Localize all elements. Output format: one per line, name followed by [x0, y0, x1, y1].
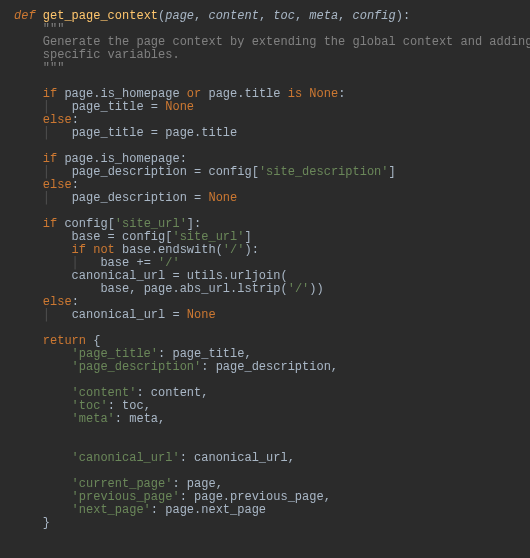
- line: Generate the page context by extending t…: [14, 35, 530, 49]
- line: 'next_page': page.next_page: [14, 503, 266, 517]
- line: 'current_page': page,: [14, 477, 223, 491]
- line: 'meta': meta,: [14, 412, 165, 426]
- line: else:: [14, 113, 79, 127]
- line: 'toc': toc,: [14, 399, 151, 413]
- line: specific variables.: [14, 48, 180, 62]
- line: 'canonical_url': canonical_url,: [14, 451, 295, 465]
- line: [14, 438, 21, 452]
- line: [14, 74, 21, 88]
- line: if not base.endswith('/'):: [14, 243, 259, 257]
- line: 'page_title': page_title,: [14, 347, 252, 361]
- function-name: get_page_context: [43, 9, 158, 23]
- docstring-text: Generate the page context by extending t…: [43, 35, 530, 49]
- param-config: config: [353, 9, 396, 23]
- line: 'previous_page': page.previous_page,: [14, 490, 331, 504]
- line: """: [14, 61, 64, 75]
- line: base = config['site_url']: [14, 230, 252, 244]
- kw-or: or: [187, 87, 201, 101]
- line: 'content': content,: [14, 386, 208, 400]
- code-block: def get_page_context(page, content, toc,…: [0, 0, 530, 540]
- line: """: [14, 22, 64, 36]
- line: [14, 139, 21, 153]
- line: else:: [14, 295, 79, 309]
- docstring-text: specific variables.: [43, 48, 180, 62]
- kw-else: else: [43, 113, 72, 127]
- kw-is: is: [288, 87, 302, 101]
- param-content: content: [208, 9, 258, 23]
- line: [14, 204, 21, 218]
- line: base, page.abs_url.lstrip('/')): [14, 282, 324, 296]
- line: if page.is_homepage or page.title is Non…: [14, 87, 345, 101]
- kw-not: not: [93, 243, 115, 257]
- line: else:: [14, 178, 79, 192]
- line: def get_page_context(page, content, toc,…: [14, 9, 410, 23]
- docstring-close: """: [43, 61, 65, 75]
- line: │ base += '/': [14, 256, 180, 270]
- line: if config['site_url']:: [14, 217, 201, 231]
- param-meta: meta: [309, 9, 338, 23]
- line: 'page_description': page_description,: [14, 360, 338, 374]
- line: [14, 425, 21, 439]
- docstring-open: """: [43, 22, 65, 36]
- line: │ page_title = None: [14, 100, 194, 114]
- line: }: [14, 516, 50, 530]
- line: return {: [14, 334, 100, 348]
- line: [14, 464, 21, 478]
- kw-none: None: [309, 87, 338, 101]
- kw-return: return: [43, 334, 86, 348]
- line: if page.is_homepage:: [14, 152, 187, 166]
- line: │ canonical_url = None: [14, 308, 216, 322]
- line: │ page_description = None: [14, 191, 237, 205]
- kw-if: if: [43, 87, 57, 101]
- param-toc: toc: [273, 9, 295, 23]
- line: │ page_title = page.title: [14, 126, 237, 140]
- kw-def: def: [14, 9, 36, 23]
- line: │ page_description = config['site_descri…: [14, 165, 396, 179]
- param-page: page: [165, 9, 194, 23]
- line: [14, 321, 21, 335]
- line: [14, 373, 21, 387]
- line: canonical_url = utils.urljoin(: [14, 269, 288, 283]
